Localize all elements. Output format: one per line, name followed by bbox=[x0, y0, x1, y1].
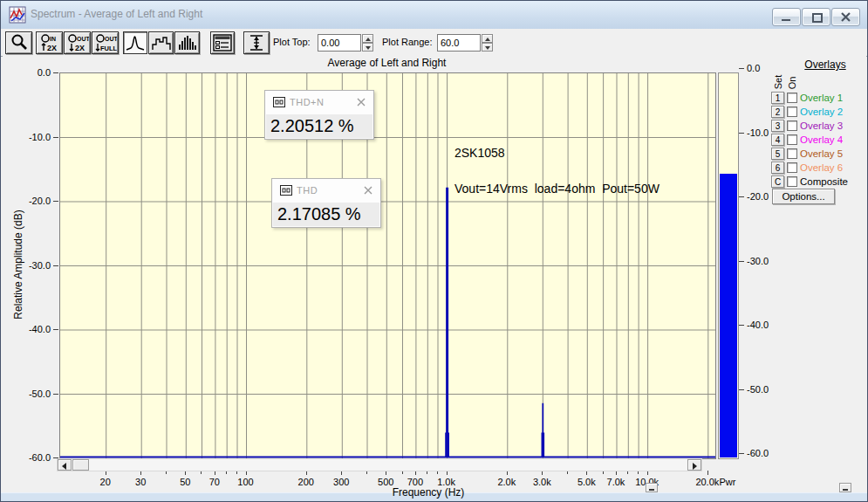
x-tick-label: 7.0k bbox=[607, 477, 625, 487]
overlay-set-button[interactable]: 4 bbox=[771, 134, 784, 146]
overlay-on-checkbox[interactable] bbox=[787, 176, 797, 187]
close-icon[interactable] bbox=[363, 185, 373, 196]
meter-icon bbox=[273, 97, 285, 107]
y-left-tick-label: -10.0 bbox=[12, 132, 51, 142]
spin-down-icon[interactable] bbox=[362, 43, 373, 52]
bar-spectrum-view-button[interactable] bbox=[148, 31, 174, 54]
thd-meter-value: 2.17085 % bbox=[273, 203, 379, 226]
spin-up-icon[interactable] bbox=[482, 34, 493, 43]
x-minor-tick bbox=[567, 471, 568, 474]
overlay-row: 2Overlay 2 bbox=[771, 105, 843, 118]
overlay-on-checkbox[interactable] bbox=[787, 93, 797, 103]
overlay-on-checkbox[interactable] bbox=[787, 162, 797, 173]
close-icon bbox=[841, 12, 851, 22]
x-tick-label: 200 bbox=[298, 477, 314, 487]
plot-top-label: Plot Top: bbox=[273, 29, 311, 56]
overlay-label: Overlay 3 bbox=[800, 120, 843, 131]
x-minor-tick bbox=[437, 471, 438, 474]
overlay-label: Overlay 5 bbox=[800, 148, 843, 159]
zoom-in-2x-button[interactable]: IN 2X bbox=[36, 31, 63, 54]
zoom-out-full-button[interactable]: OUT FULL bbox=[92, 31, 119, 54]
y-left-tick bbox=[53, 137, 58, 138]
zoom-tool-button[interactable] bbox=[5, 31, 32, 54]
scroll-right-button[interactable] bbox=[687, 459, 701, 471]
thd-meter-header[interactable]: THD bbox=[272, 179, 380, 203]
x-tick-label: 3.0k bbox=[533, 477, 551, 487]
spin-up-icon[interactable] bbox=[362, 34, 373, 43]
x-tick-label: 30 bbox=[135, 477, 146, 487]
maximize-button[interactable] bbox=[802, 8, 830, 26]
overlay-set-button[interactable]: 5 bbox=[771, 148, 784, 160]
collapsed-panel-button-2[interactable] bbox=[839, 483, 851, 492]
horizontal-scrollbar[interactable] bbox=[57, 458, 702, 471]
y-left-tick bbox=[53, 201, 58, 202]
thdn-meter-header[interactable]: THD+N bbox=[265, 91, 373, 115]
overlay-set-button[interactable]: 1 bbox=[771, 92, 784, 104]
thdn-meter-panel[interactable]: THD+N 2.20512 % bbox=[264, 90, 374, 140]
overlay-options-button[interactable]: Options... bbox=[772, 189, 835, 204]
display-options-button[interactable] bbox=[210, 31, 235, 54]
overlays-title: Overlays bbox=[790, 58, 860, 71]
overlay-on-checkbox[interactable] bbox=[787, 148, 797, 159]
scroll-left-button[interactable] bbox=[58, 459, 72, 471]
plot-title: Average of Left and Right bbox=[59, 57, 714, 69]
overlay-on-checkbox[interactable] bbox=[787, 134, 797, 145]
y-left-tick bbox=[53, 72, 58, 73]
annotation-conditions: Vout=14Vrms load=4ohm Pout=50W bbox=[455, 182, 660, 196]
x-minor-tick bbox=[236, 471, 237, 474]
svg-text:2X: 2X bbox=[75, 44, 85, 52]
plot-top-input[interactable] bbox=[318, 34, 361, 52]
minimize-button[interactable] bbox=[772, 8, 801, 26]
x-tick-label: 50 bbox=[180, 477, 190, 487]
step-plot-icon bbox=[151, 33, 172, 52]
thdn-meter-value: 2.20512 % bbox=[266, 114, 372, 138]
overlay-set-button[interactable]: 2 bbox=[771, 106, 784, 118]
overlay-on-checkbox[interactable] bbox=[787, 120, 797, 131]
app-icon bbox=[9, 6, 26, 24]
overlay-set-button[interactable]: 3 bbox=[771, 120, 784, 132]
title-bar[interactable]: Spectrum - Average of Left and Right bbox=[1, 1, 867, 30]
line-spectrum-view-button[interactable] bbox=[123, 31, 147, 54]
plot-top-spinner[interactable] bbox=[362, 34, 373, 52]
close-icon[interactable] bbox=[356, 97, 366, 107]
svg-text:2X: 2X bbox=[47, 44, 57, 52]
overlay-row: 1Overlay 1 bbox=[771, 91, 843, 104]
y-right-tick bbox=[739, 389, 744, 390]
toolbar: IN 2X OUT 2X OUT FULL bbox=[1, 29, 867, 57]
y-left-tick-label: -20.0 bbox=[12, 196, 51, 206]
bar-graph-icon bbox=[177, 33, 198, 52]
overlay-row: 3Overlay 3 bbox=[771, 119, 843, 132]
close-button[interactable] bbox=[831, 8, 860, 26]
overlay-row: CComposite bbox=[771, 175, 848, 188]
overlay-label: Overlay 2 bbox=[800, 107, 843, 117]
x-minor-tick bbox=[366, 471, 367, 474]
y-right-tick-label: -30.0 bbox=[747, 256, 785, 266]
scrollbar-thumb[interactable] bbox=[72, 459, 89, 471]
overlay-set-button[interactable]: C bbox=[771, 175, 784, 188]
maximize-icon bbox=[812, 13, 823, 23]
dash-icon bbox=[649, 489, 654, 491]
spectrum-window: Spectrum - Average of Left and Right IN bbox=[0, 0, 868, 502]
zoom-out-2x-button[interactable]: OUT 2X bbox=[64, 31, 91, 54]
grid-lines bbox=[60, 73, 715, 458]
plot-range-spinner[interactable] bbox=[482, 34, 493, 52]
overlay-set-button[interactable]: 6 bbox=[771, 162, 784, 174]
vertical-scale-button[interactable] bbox=[243, 31, 270, 54]
power-meter-label: Pwr bbox=[709, 477, 746, 487]
overlay-on-checkbox[interactable] bbox=[787, 107, 797, 117]
x-tick-label: 5.0k bbox=[578, 477, 596, 487]
y-left-tick-label: -50.0 bbox=[12, 389, 51, 399]
thd-meter-panel[interactable]: THD 2.17085 % bbox=[271, 178, 381, 228]
collapsed-panel-button-1[interactable] bbox=[646, 483, 658, 492]
histogram-view-button[interactable] bbox=[174, 31, 200, 54]
y-left-tick-label: 0.0 bbox=[12, 67, 51, 78]
vertical-range-icon bbox=[246, 33, 267, 52]
plot-area[interactable] bbox=[59, 72, 716, 459]
plot-range-input[interactable] bbox=[437, 34, 481, 52]
left-arrow-icon bbox=[62, 463, 66, 470]
spin-down-icon[interactable] bbox=[482, 43, 493, 52]
x-minor-tick bbox=[603, 471, 604, 474]
y-left-tick-label: -40.0 bbox=[12, 324, 51, 334]
annotation-device: 2SK1058 bbox=[455, 146, 505, 160]
overlay-label: Overlay 6 bbox=[800, 162, 843, 173]
